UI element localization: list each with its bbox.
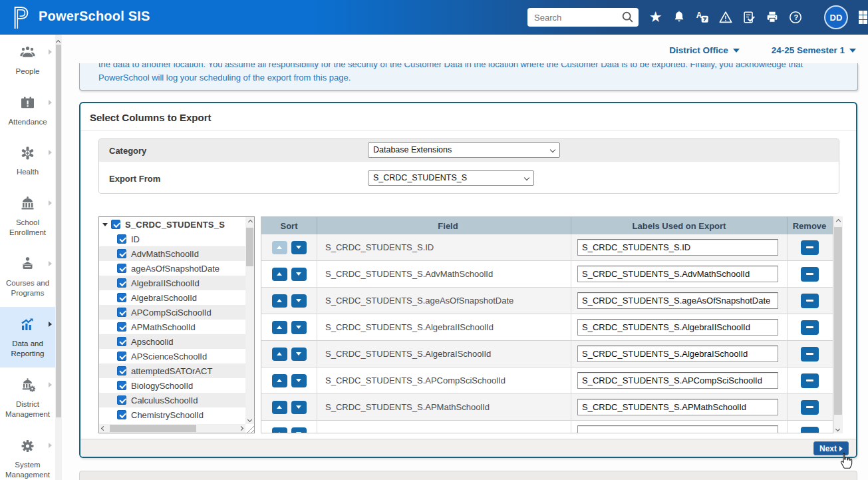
- export-label-input[interactable]: [577, 425, 778, 433]
- checkbox-checked-icon[interactable]: [117, 293, 126, 302]
- sidebar-item-attendance[interactable]: Attendance: [0, 85, 55, 136]
- powerschool-logo-icon[interactable]: [11, 5, 32, 30]
- scroll-up-arrow-icon[interactable]: [55, 35, 62, 44]
- scroll-left-arrow-icon[interactable]: [99, 424, 108, 433]
- export-label-input[interactable]: [577, 372, 778, 389]
- checkbox-checked-icon[interactable]: [117, 366, 126, 375]
- export-label-input[interactable]: [577, 239, 778, 256]
- tree-field-row[interactable]: ID: [99, 232, 245, 246]
- translate-language-icon[interactable]: A: [694, 10, 710, 25]
- remove-button[interactable]: [801, 320, 819, 335]
- help-icon[interactable]: ?: [788, 10, 803, 25]
- scroll-down-arrow-icon[interactable]: [245, 415, 254, 424]
- checkbox-checked-icon[interactable]: [117, 308, 126, 317]
- tree-field-row[interactable]: APScienceSchoolId: [99, 349, 245, 363]
- remove-button[interactable]: [801, 347, 819, 361]
- sort-down-button[interactable]: [291, 268, 307, 281]
- sort-down-button[interactable]: [291, 348, 307, 361]
- sort-down-button[interactable]: [291, 294, 307, 308]
- remove-button[interactable]: [801, 240, 819, 255]
- grid-vertical-scrollbar[interactable]: [833, 216, 843, 433]
- search-input[interactable]: [527, 13, 621, 23]
- sort-up-button[interactable]: [272, 427, 287, 434]
- sort-down-button[interactable]: [291, 401, 307, 414]
- school-selector[interactable]: District Office: [669, 45, 740, 55]
- checkbox-checked-icon[interactable]: [117, 278, 126, 288]
- term-selector[interactable]: 24-25 Semester 1: [772, 45, 856, 55]
- checkbox-checked-icon[interactable]: [117, 395, 126, 405]
- search-icon[interactable]: [621, 10, 635, 25]
- next-button[interactable]: Next: [813, 441, 849, 455]
- sidebar-item-courses-and-programs[interactable]: Courses and Programs: [0, 246, 55, 307]
- sidebar-item-people[interactable]: People: [0, 35, 55, 85]
- scrollbar-thumb[interactable]: [246, 228, 253, 266]
- resize-handle[interactable]: [245, 424, 254, 433]
- sort-down-button[interactable]: [291, 374, 307, 387]
- tree-field-row[interactable]: APMathSchoolId: [99, 320, 245, 334]
- checkbox-checked-icon[interactable]: [117, 322, 126, 332]
- export-label-input[interactable]: [577, 319, 778, 336]
- favorites-star-icon[interactable]: ★: [648, 10, 663, 25]
- scrollbar-thumb[interactable]: [110, 425, 196, 432]
- sort-down-button[interactable]: [291, 321, 307, 334]
- sidebar-item-district-management[interactable]: District Management: [0, 367, 55, 428]
- remove-button[interactable]: [801, 400, 819, 415]
- alert-warning-icon[interactable]: [718, 10, 733, 25]
- remove-button[interactable]: [801, 427, 819, 434]
- tree-horizontal-scrollbar[interactable]: [99, 424, 245, 433]
- export-label-input[interactable]: [577, 266, 778, 282]
- tree-field-row[interactable]: AdvMathSchoolId: [99, 246, 245, 261]
- export-label-input[interactable]: [577, 346, 778, 362]
- tree-field-row[interactable]: Apschoolid: [99, 334, 245, 349]
- user-avatar[interactable]: DD: [824, 5, 848, 29]
- checkbox-checked-icon[interactable]: [111, 220, 120, 229]
- category-select[interactable]: Database Extensions: [368, 142, 560, 158]
- scroll-down-arrow-icon[interactable]: [833, 425, 842, 433]
- tree-field-row[interactable]: ChemistrySchoolId: [99, 407, 245, 422]
- export-from-select[interactable]: S_CRDC_STUDENTS_S: [368, 170, 534, 186]
- checkbox-checked-icon[interactable]: [117, 337, 126, 346]
- checkbox-checked-icon[interactable]: [117, 249, 126, 258]
- export-label-input[interactable]: [577, 399, 778, 415]
- remove-button[interactable]: [801, 373, 819, 388]
- checkbox-checked-icon[interactable]: [117, 234, 126, 244]
- sidebar-item-data-and-reporting[interactable]: Data and Reporting: [0, 307, 55, 367]
- scrollbar-thumb[interactable]: [834, 227, 842, 415]
- sort-up-button[interactable]: [272, 241, 287, 254]
- sidebar-scrollbar[interactable]: [55, 35, 62, 480]
- export-label-input[interactable]: [577, 292, 778, 309]
- checkbox-checked-icon[interactable]: [117, 352, 126, 361]
- tree-field-row[interactable]: AlgebraIISchoolId: [99, 276, 245, 290]
- remove-button[interactable]: [801, 267, 819, 282]
- sort-up-button[interactable]: [272, 401, 287, 414]
- sort-down-button[interactable]: [291, 427, 307, 434]
- sidebar-item-system-management[interactable]: System Management: [0, 428, 55, 480]
- notifications-bell-icon[interactable]: [671, 10, 686, 25]
- sort-up-button[interactable]: [272, 268, 287, 281]
- checkbox-checked-icon[interactable]: [117, 410, 126, 419]
- tree-field-row[interactable]: AlgebraISchoolId: [99, 290, 245, 305]
- tree-field-row[interactable]: APCompSciSchoolId: [99, 305, 245, 320]
- tree-field-row[interactable]: CalculusSchoolId: [99, 393, 245, 407]
- report-check-icon[interactable]: [741, 10, 756, 25]
- tree-field-row[interactable]: attemptedSATOrACT: [99, 363, 245, 378]
- checkbox-checked-icon[interactable]: [117, 381, 126, 390]
- tree-field-row[interactable]: BiologySchoolId: [99, 378, 245, 393]
- scroll-up-arrow-icon[interactable]: [833, 216, 842, 225]
- tree-vertical-scrollbar[interactable]: [245, 217, 254, 424]
- sort-down-button[interactable]: [291, 241, 307, 254]
- scroll-up-arrow-icon[interactable]: [245, 217, 254, 226]
- checkbox-checked-icon[interactable]: [117, 264, 126, 273]
- scrollbar-thumb[interactable]: [56, 45, 61, 417]
- tree-expand-caret-icon[interactable]: [102, 223, 108, 226]
- remove-button[interactable]: [801, 294, 819, 308]
- sort-up-button[interactable]: [272, 294, 287, 308]
- print-icon[interactable]: [764, 10, 780, 25]
- sort-up-button[interactable]: [272, 321, 287, 334]
- scroll-right-arrow-icon[interactable]: [237, 424, 245, 433]
- app-switcher-grid-icon[interactable]: [859, 11, 868, 24]
- tree-root-row[interactable]: S_CRDC_STUDENTS_S: [99, 217, 245, 232]
- sidebar-item-health[interactable]: Health: [0, 135, 55, 186]
- tree-field-row[interactable]: ageAsOfSnapshotDate: [99, 261, 245, 276]
- sidebar-item-school-enrollment[interactable]: School Enrollment: [0, 186, 55, 246]
